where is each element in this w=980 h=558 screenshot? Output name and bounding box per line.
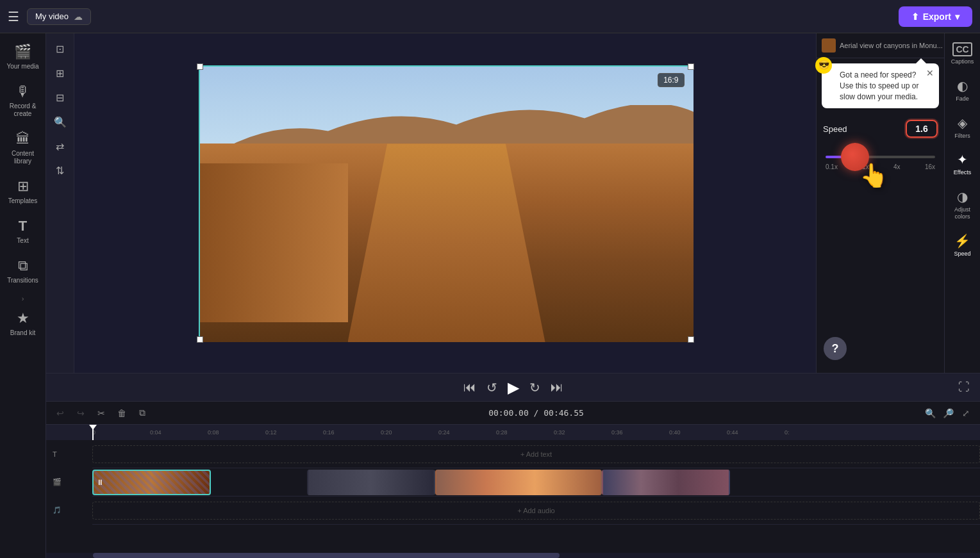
speed-value-input[interactable]: 1.6	[906, 120, 938, 138]
speed-tooltip: 😎 ✕ Got a need for speed? Use this to sp…	[822, 63, 939, 108]
playhead[interactable]	[92, 425, 94, 440]
speed-label-row: Speed 1.6	[823, 120, 938, 138]
help-button[interactable]: ?	[824, 337, 847, 360]
adjust-colors-panel-button[interactable]: ◑ Adjust colors	[947, 185, 979, 224]
tick-16x: 16x	[925, 163, 935, 170]
add-text-button[interactable]: + Add text	[92, 445, 980, 463]
sidebar-item-content-library[interactable]: 🏛 Content library	[3, 126, 44, 170]
project-title-bar[interactable]: My video ☁	[27, 8, 91, 25]
tick-4x: 4x	[893, 163, 901, 170]
speed-section: Speed 1.6 👆 0.1x 1x 4x 16x	[817, 113, 944, 177]
ruler-mark-44: 0:44	[727, 429, 785, 436]
fade-panel-button[interactable]: ◐ Fade	[947, 74, 979, 106]
resize-handle-bl[interactable]	[197, 336, 203, 343]
fit-tool-button[interactable]: ⊡	[50, 38, 71, 59]
sidebar-item-label-transitions: Transitions	[7, 277, 38, 284]
undo-button[interactable]: ↩	[53, 406, 68, 421]
flip-v-tool-button[interactable]: ⇅	[50, 160, 71, 181]
filters-panel-button[interactable]: ◈ Filters	[947, 111, 979, 144]
timeline-content: 0 0:04 0:08 0:12 0:16 0:20 0:24 0:28 0:3…	[46, 425, 980, 553]
cut-button[interactable]: ✂	[94, 406, 109, 421]
resize-handle-tl[interactable]	[197, 63, 203, 70]
sidebar-item-brand-kit[interactable]: ★ Brand kit	[3, 305, 44, 342]
clip-hatch	[94, 471, 210, 494]
sidebar-item-label-brand: Brand kit	[10, 329, 35, 337]
text-track-label: T	[47, 450, 92, 458]
sidebar-item-label-content: Content library	[6, 150, 40, 165]
sidebar-item-text[interactable]: T Text	[3, 213, 44, 250]
collapse-sidebar-arrow[interactable]: ›	[3, 295, 44, 302]
timeline-scrollbar-thumb[interactable]	[93, 553, 560, 558]
video-clip-3[interactable]	[435, 470, 602, 495]
tooltip-close-button[interactable]: ✕	[926, 67, 934, 80]
play-button[interactable]: ▶	[508, 379, 519, 397]
zoom-in-timeline-button[interactable]: 🔎	[940, 406, 956, 421]
zoom-in-tool-button[interactable]: 🔍	[50, 111, 71, 132]
captions-icon: CC	[952, 42, 972, 56]
clip-thumbnail	[822, 38, 836, 53]
video-clip-4[interactable]	[602, 470, 730, 495]
resize-handle-br[interactable]	[688, 336, 694, 343]
timeline-scrollbar[interactable]	[46, 553, 980, 558]
speed-slider-thumb[interactable]	[841, 143, 869, 171]
speed-label: Speed	[823, 124, 847, 134]
redo-button[interactable]: ↪	[73, 406, 88, 421]
ruler-mark-end: 0:	[785, 429, 842, 436]
duplicate-button[interactable]: ⧉	[135, 406, 150, 421]
sidebar-item-record-create[interactable]: 🎙 Record & create	[3, 78, 44, 123]
canyon-rock	[200, 144, 693, 342]
ruler-marks: 0 0:04 0:08 0:12 0:16 0:20 0:24 0:28 0:3…	[92, 429, 980, 436]
timeline-tracks: T + Add text 🎬	[46, 440, 980, 553]
aspect-ratio-badge[interactable]: 16:9	[658, 73, 684, 87]
cloud-sync-icon: ☁	[74, 12, 83, 22]
video-track-row: 🎬 ⏸	[92, 468, 980, 496]
video-clip-1[interactable]: ⏸	[92, 470, 211, 495]
center-area: ⊡ ⊞ ⊟ 🔍 ⇄ ⇅	[46, 33, 980, 558]
effects-label: Effects	[954, 169, 971, 176]
flip-h-tool-button[interactable]: ⇄	[50, 136, 71, 156]
skip-forward-button[interactable]: ⏭	[551, 380, 563, 395]
left-sidebar: 🎬 Your media 🎙 Record & create 🏛 Content…	[0, 33, 46, 558]
crop-tool-button[interactable]: ⊞	[50, 63, 71, 83]
ruler-mark-0: 0	[92, 429, 150, 436]
video-preview: 16:9	[199, 65, 692, 341]
time-value: 00:00.00 / 00:46.55	[488, 408, 584, 418]
export-button[interactable]: ⬆ Export ▾	[899, 6, 972, 27]
main-layout: 🎬 Your media 🎙 Record & create 🏛 Content…	[0, 33, 980, 558]
timeline-ruler: 0 0:04 0:08 0:12 0:16 0:20 0:24 0:28 0:3…	[46, 425, 980, 440]
skip-back-button[interactable]: ⏮	[463, 380, 476, 395]
zoom-out-button[interactable]: 🔍	[922, 406, 938, 421]
fullscreen-button[interactable]: ⛶	[958, 381, 970, 394]
clip-info-header: Aerial view of canyons in Monu...	[817, 33, 944, 58]
speed-panel-button[interactable]: ⚡ Speed	[947, 229, 979, 261]
forward-5s-button[interactable]: ↻	[529, 380, 540, 395]
menu-icon[interactable]: ☰	[8, 9, 19, 24]
resize-handle-tr[interactable]	[688, 63, 694, 70]
content-library-icon: 🏛	[16, 131, 30, 147]
your-media-icon: 🎬	[14, 44, 31, 60]
record-create-icon: 🎙	[16, 83, 30, 100]
sidebar-item-your-media[interactable]: 🎬 Your media	[3, 38, 44, 76]
fit-timeline-button[interactable]: ⤢	[958, 406, 974, 421]
topbar: ☰ My video ☁ ⬆ Export ▾	[0, 0, 980, 33]
speed-icon: ⚡	[954, 233, 970, 249]
captions-panel-button[interactable]: CC Captions	[947, 38, 979, 69]
ruler-mark-20: 0:20	[381, 429, 438, 436]
effects-panel-button[interactable]: ✦ Effects	[947, 148, 979, 180]
right-icons-panel: CC Captions ◐ Fade ◈ Filters ✦ Effects ◑	[944, 33, 980, 373]
sidebar-item-transitions[interactable]: ⧉ Transitions	[3, 252, 44, 290]
timeline-time-display: 00:00.00 / 00:46.55	[155, 408, 917, 418]
speed-slider-track[interactable]	[826, 156, 935, 158]
canvas-area: ⊡ ⊞ ⊟ 🔍 ⇄ ⇅	[46, 33, 980, 373]
ruler-mark-8: 0:08	[208, 429, 265, 436]
ruler-mark-12: 0:12	[265, 429, 323, 436]
rewind-5s-button[interactable]: ↺	[486, 380, 497, 395]
video-clip-2[interactable]	[307, 470, 435, 495]
properties-panel: Aerial view of canyons in Monu... 😎 ✕ Go…	[816, 33, 944, 373]
zoom-fit-tool-button[interactable]: ⊟	[50, 87, 71, 108]
add-audio-button[interactable]: + Add audio	[92, 502, 980, 520]
tick-0.1x: 0.1x	[826, 163, 838, 170]
tooltip-text: Got a need for speed? Use this to speed …	[831, 70, 930, 102]
delete-button[interactable]: 🗑	[114, 406, 129, 421]
sidebar-item-templates[interactable]: ⊞ Templates	[3, 173, 44, 210]
